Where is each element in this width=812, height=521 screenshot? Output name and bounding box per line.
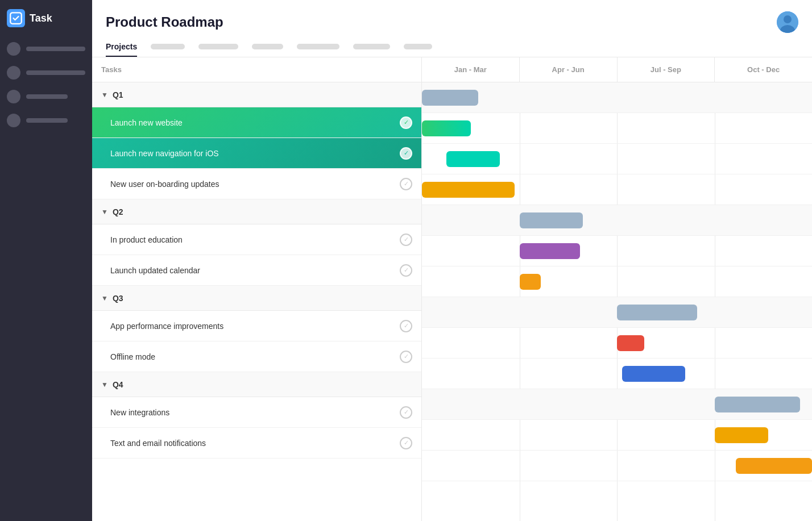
header: Product Roadmap bbox=[92, 0, 812, 33]
task-row-calendar[interactable]: Launch updated calendar ✓ bbox=[92, 255, 421, 286]
tab-7[interactable] bbox=[404, 39, 432, 55]
quarter-q2: ▼ Q2 In product education ✓ Launch updat… bbox=[92, 199, 421, 286]
q4-header[interactable]: ▼ Q4 bbox=[92, 372, 421, 397]
tab-projects[interactable]: Projects bbox=[106, 37, 137, 57]
check-icon-onboarding: ✓ bbox=[400, 178, 412, 190]
q1-header[interactable]: ▼ Q1 bbox=[92, 82, 421, 107]
q3-header[interactable]: ▼ Q3 bbox=[92, 286, 421, 311]
tab-5[interactable] bbox=[297, 39, 339, 55]
task-name: New user on-boarding updates bbox=[110, 180, 219, 189]
sidebar-lines-3 bbox=[26, 94, 85, 99]
q2-arrow: ▼ bbox=[101, 208, 108, 216]
gantt-chart: Tasks ▼ Q1 Launch new website ✓ Launch n… bbox=[92, 57, 812, 521]
check-icon-performance: ✓ bbox=[400, 320, 412, 332]
tab-3[interactable] bbox=[198, 39, 238, 55]
col-header-q1: Jan - Mar bbox=[422, 57, 520, 82]
chart-q1-task-0 bbox=[422, 113, 812, 144]
tab-placeholder bbox=[404, 44, 432, 49]
task-row-onboarding[interactable]: New user on-boarding updates ✓ bbox=[92, 169, 421, 199]
q3-label: Q3 bbox=[113, 294, 123, 303]
svg-point-2 bbox=[784, 15, 792, 23]
chart-header: Jan - Mar Apr - Jun Jul - Sep Oct - Dec bbox=[422, 57, 812, 82]
tab-4[interactable] bbox=[252, 39, 283, 55]
tab-placeholder bbox=[297, 44, 339, 49]
task-name: Launch updated calendar bbox=[110, 266, 200, 275]
task-name: App performance improvements bbox=[110, 322, 223, 331]
gantt-content: Tasks ▼ Q1 Launch new website ✓ Launch n… bbox=[92, 57, 812, 521]
page-title: Product Roadmap bbox=[106, 14, 223, 30]
task-name: Text and email notifications bbox=[110, 439, 206, 448]
col-header-q2: Apr - Jun bbox=[520, 57, 618, 82]
check-icon-notifications: ✓ bbox=[400, 437, 412, 449]
gantt-bar-8 bbox=[617, 335, 644, 351]
tab-placeholder bbox=[252, 44, 283, 49]
sidebar-item-2[interactable] bbox=[7, 66, 85, 80]
col-header-q3: Jul - Sep bbox=[618, 57, 715, 82]
task-row-launch-website[interactable]: Launch new website ✓ bbox=[92, 107, 421, 138]
task-row-integrations[interactable]: New integrations ✓ bbox=[92, 397, 421, 428]
task-row-performance[interactable]: App performance improvements ✓ bbox=[92, 311, 421, 341]
avatar[interactable] bbox=[777, 11, 798, 33]
app-logo[interactable]: Task bbox=[7, 9, 85, 27]
task-column-header: Tasks bbox=[92, 57, 421, 82]
check-icon-launch-website: ✓ bbox=[400, 116, 412, 129]
q2-header[interactable]: ▼ Q2 bbox=[92, 199, 421, 224]
sidebar-dot-2 bbox=[7, 66, 20, 80]
sidebar: Task bbox=[0, 0, 92, 521]
gantt-bar-0 bbox=[422, 90, 478, 106]
gantt-bar-7 bbox=[617, 305, 697, 320]
chart-q2-task-1 bbox=[422, 266, 812, 297]
sidebar-item-3[interactable] bbox=[7, 90, 85, 103]
q2-label: Q2 bbox=[113, 207, 123, 216]
chart-area: Jan - Mar Apr - Jun Jul - Sep Oct - Dec bbox=[422, 57, 812, 521]
task-row-launch-nav[interactable]: Launch new navigation for iOS ✓ bbox=[92, 138, 421, 169]
task-name: Launch new navigation for iOS bbox=[110, 149, 219, 158]
q4-label: Q4 bbox=[113, 380, 123, 389]
gantt-bar-4 bbox=[520, 212, 583, 228]
sidebar-dot-3 bbox=[7, 90, 20, 103]
chart-q2-header bbox=[422, 205, 812, 236]
col-header-q4: Oct - Dec bbox=[715, 57, 812, 82]
tabs-bar: Projects bbox=[92, 33, 812, 57]
sidebar-line bbox=[26, 70, 85, 75]
gantt-bar-9 bbox=[622, 366, 685, 382]
quarter-q1: ▼ Q1 Launch new website ✓ Launch new nav… bbox=[92, 82, 421, 199]
tab-placeholder bbox=[353, 44, 390, 49]
task-name: Launch new website bbox=[110, 118, 183, 127]
sidebar-item-4[interactable] bbox=[7, 114, 85, 127]
chart-q3-task-1 bbox=[422, 359, 812, 389]
q3-arrow: ▼ bbox=[101, 294, 108, 302]
gantt-bar-6 bbox=[520, 274, 541, 290]
gantt-bar-11 bbox=[715, 427, 768, 443]
task-name: Offline mode bbox=[110, 352, 155, 361]
sidebar-item-1[interactable] bbox=[7, 42, 85, 56]
chart-q2-task-0 bbox=[422, 236, 812, 266]
sidebar-lines-1 bbox=[26, 47, 85, 51]
task-name: New integrations bbox=[110, 408, 169, 417]
main-content: Product Roadmap Projects bbox=[92, 0, 812, 521]
sidebar-lines-2 bbox=[26, 70, 85, 75]
tab-placeholder bbox=[198, 44, 238, 49]
tasks-label: Tasks bbox=[101, 65, 122, 74]
sidebar-dot-4 bbox=[7, 114, 20, 127]
sidebar-dot-1 bbox=[7, 42, 20, 56]
gantt-bar-12 bbox=[736, 458, 812, 474]
tab-2[interactable] bbox=[151, 39, 185, 55]
q4-arrow: ▼ bbox=[101, 381, 108, 389]
task-row-education[interactable]: In product education ✓ bbox=[92, 224, 421, 255]
gantt-bar-1 bbox=[422, 120, 471, 136]
check-icon-offline: ✓ bbox=[400, 351, 412, 363]
sidebar-lines-4 bbox=[26, 118, 85, 123]
check-icon-education: ✓ bbox=[400, 234, 412, 246]
task-row-notifications[interactable]: Text and email notifications ✓ bbox=[92, 428, 421, 459]
task-row-offline[interactable]: Offline mode ✓ bbox=[92, 341, 421, 372]
quarter-q3: ▼ Q3 App performance improvements ✓ Offl… bbox=[92, 286, 421, 372]
check-icon-integrations: ✓ bbox=[400, 406, 412, 419]
q1-label: Q1 bbox=[113, 90, 123, 99]
tab-placeholder bbox=[151, 44, 185, 49]
gantt-bar-10 bbox=[715, 397, 801, 412]
check-icon-launch-nav: ✓ bbox=[400, 147, 412, 160]
app-name: Task bbox=[30, 12, 52, 24]
tab-6[interactable] bbox=[353, 39, 390, 55]
quarter-q4: ▼ Q4 New integrations ✓ Text and email n… bbox=[92, 372, 421, 459]
